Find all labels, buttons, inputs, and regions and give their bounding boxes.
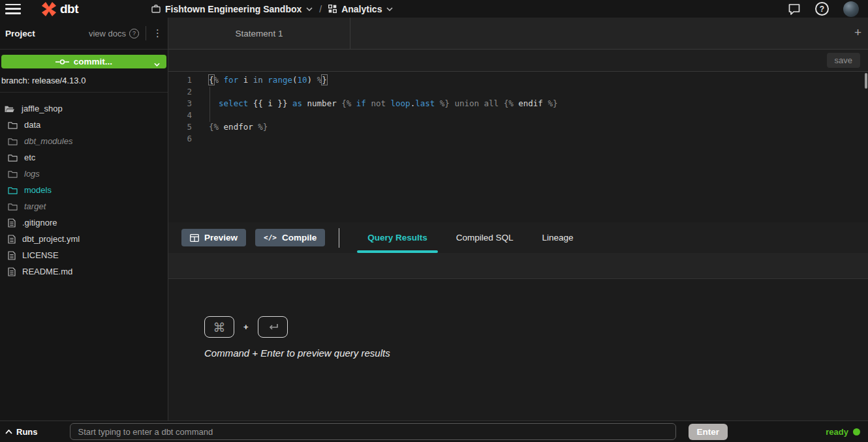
line-number: 5 [168, 121, 194, 133]
tree-item-dbt-project-yml[interactable]: dbt_project.yml [0, 231, 168, 247]
tree-item-models[interactable]: models [0, 182, 168, 198]
help-glyph: ? [820, 5, 824, 14]
briefcase-icon [151, 5, 161, 13]
tree-item-label: dbt_modules [24, 136, 72, 146]
preview-button[interactable]: Preview [181, 229, 246, 246]
hamburger-menu-icon[interactable] [5, 4, 21, 14]
new-tab-button[interactable]: + [854, 26, 861, 38]
project-sidebar: Project view docs ? ⋮ commit... branch: … [0, 18, 168, 420]
view-docs-label: view docs [89, 29, 126, 38]
code-line: select {{ i }} as number {% if not loop.… [209, 98, 868, 110]
tab-statement-1[interactable]: Statement 1 [168, 18, 350, 49]
commit-button[interactable]: commit... [1, 55, 166, 68]
branch-label: branch: release/4.13.0 [0, 68, 168, 92]
compile-button-label: Compile [282, 233, 317, 243]
runs-label: Runs [16, 427, 38, 437]
project-name: Analytics [341, 4, 382, 14]
file-tree: jaffle_shopdatadbt_modulesetclogsmodelst… [0, 100, 168, 280]
editor-scrollbar-thumb[interactable] [865, 73, 867, 89]
topbar: dbt Fishtown Engineering Sandbox / Analy… [0, 0, 868, 18]
tree-item-label: logs [24, 169, 40, 179]
tab-label: Statement 1 [236, 29, 283, 38]
file-icon [8, 251, 16, 260]
tree-item-jaffle-shop[interactable]: jaffle_shop [0, 100, 168, 117]
folder-icon [8, 186, 18, 194]
user-avatar[interactable] [843, 1, 859, 17]
tab-compiled-sql[interactable]: Compiled SQL [442, 222, 528, 253]
tree-item--gitignore[interactable]: .gitignore [0, 214, 168, 231]
chevron-up-icon [5, 430, 12, 434]
code-lines[interactable]: {% for i in range(10) %} select {{ i }} … [194, 74, 868, 222]
header-divider [146, 26, 146, 40]
kebab-menu-icon[interactable]: ⋮ [153, 29, 163, 38]
line-numbers: 123456 [168, 74, 194, 222]
file-icon [8, 267, 16, 276]
question-circle-icon: ? [129, 29, 139, 38]
tab-query-results[interactable]: Query Results [353, 222, 442, 253]
preview-button-label: Preview [204, 233, 238, 243]
compile-button[interactable]: </> Compile [255, 229, 325, 246]
project-switcher[interactable]: Analytics [328, 4, 393, 14]
runs-toggle[interactable]: Runs [5, 427, 38, 437]
code-icon: </> [264, 233, 277, 242]
dbt-logo[interactable]: dbt [40, 1, 78, 18]
toolbar-divider [339, 228, 339, 248]
tab-lineage[interactable]: Lineage [528, 222, 588, 253]
file-icon [8, 218, 16, 228]
tree-item-target[interactable]: target [0, 198, 168, 214]
tree-item-license[interactable]: LICENSE [0, 247, 168, 263]
results-header-strip [168, 253, 868, 279]
table-icon [190, 234, 199, 242]
enter-button[interactable]: Enter [689, 424, 728, 440]
chevron-down-icon [306, 7, 313, 11]
indent-guide [209, 87, 210, 122]
line-number: 1 [168, 74, 194, 86]
tree-item-label: models [24, 185, 52, 195]
results-tabs: Query ResultsCompiled SQLLineage [353, 222, 587, 253]
status-dot-icon [853, 428, 860, 435]
grid-icon [328, 5, 337, 13]
code-line [209, 110, 868, 121]
tree-item-dbt-modules[interactable]: dbt_modules [0, 133, 168, 149]
git-commit-icon [55, 59, 69, 65]
results-body: ⌘ + Command + Enter to preview query res… [168, 279, 868, 420]
plus-separator: + [243, 322, 249, 332]
folder-icon [8, 169, 18, 178]
tree-item-readme-md[interactable]: README.md [0, 263, 168, 280]
status-indicator: ready [826, 427, 860, 437]
tree-item-label: .gitignore [22, 218, 57, 228]
save-button[interactable]: save [827, 53, 860, 68]
view-docs-link[interactable]: view docs ? [89, 29, 139, 38]
chat-icon[interactable] [788, 3, 801, 15]
tree-item-etc[interactable]: etc [0, 149, 168, 166]
tree-item-logs[interactable]: logs [0, 166, 168, 182]
preview-hint-text: Command + Enter to preview query results [204, 347, 868, 359]
main-panel: Statement 1 + save 123456 {% for i in ra… [168, 18, 868, 420]
line-number: 6 [168, 133, 194, 145]
line-number: 4 [168, 110, 194, 121]
chevron-down-icon [386, 7, 393, 11]
dbt-logo-text: dbt [60, 2, 78, 16]
help-icon[interactable]: ? [815, 2, 829, 16]
sidebar-title: Project [5, 29, 35, 38]
tree-item-label: jaffle_shop [22, 104, 63, 113]
tree-item-data[interactable]: data [0, 117, 168, 133]
commit-button-label: commit... [74, 57, 112, 66]
code-line: {% for i in range(10) %} [209, 74, 868, 86]
editor-actions-row: save [168, 50, 868, 72]
tree-item-label: etc [24, 153, 35, 162]
folder-icon [8, 121, 18, 129]
statusbar: Runs Enter ready [0, 420, 868, 442]
folder-icon [8, 202, 18, 211]
command-input[interactable] [70, 423, 676, 440]
shortcut-keys: ⌘ + [204, 316, 868, 338]
code-editor[interactable]: 123456 {% for i in range(10) %} select {… [168, 72, 868, 222]
account-name: Fishtown Engineering Sandbox [165, 4, 302, 14]
chevron-down-icon [154, 59, 160, 68]
tree-item-label: dbt_project.yml [22, 234, 80, 244]
enter-key-icon [258, 316, 288, 338]
folder-icon [8, 153, 18, 162]
file-icon [8, 235, 16, 244]
tree-item-label: target [24, 201, 46, 211]
account-switcher[interactable]: Fishtown Engineering Sandbox [151, 4, 313, 14]
